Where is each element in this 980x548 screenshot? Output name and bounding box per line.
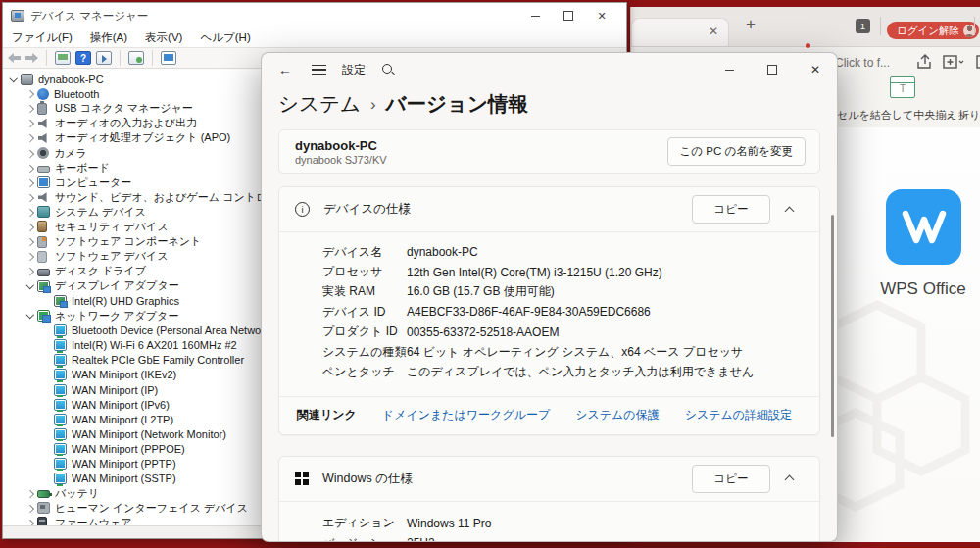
tree-expander-icon[interactable] [24, 175, 37, 189]
scrollbar-thumb[interactable] [831, 215, 834, 437]
new-window-icon[interactable] [943, 53, 964, 71]
collapse-chevron-icon[interactable] [778, 197, 804, 223]
close-button[interactable]: ✕ [585, 6, 618, 25]
merge-center-button[interactable]: セルを結合して中央揃え [837, 108, 967, 123]
tab-count-badge[interactable]: 1 [856, 19, 870, 33]
tree-expander-icon[interactable] [40, 398, 54, 412]
close-button[interactable]: ✕ [794, 53, 837, 86]
menu-item[interactable]: 操作(A) [90, 30, 127, 45]
tree-expander-icon[interactable] [40, 324, 54, 337]
tree-expander-icon[interactable] [24, 161, 37, 174]
tree-expander-icon[interactable] [24, 205, 37, 219]
merge-cells-icon[interactable] [890, 76, 919, 103]
maximize-button[interactable] [751, 53, 794, 86]
tree-expander-icon[interactable] [40, 294, 54, 308]
device-label: カメラ [54, 146, 87, 161]
related-link[interactable]: ドメインまたはワークグループ [382, 407, 550, 423]
wps-w-glyph [901, 210, 948, 245]
tree-expander-icon[interactable] [24, 131, 37, 145]
device-label: WAN Miniport (L2TP) [72, 414, 173, 425]
spec-value: 12th Gen Intel(R) Core(TM) i3-1215U (1.2… [407, 266, 662, 279]
device-category-icon [37, 280, 50, 292]
hamburger-menu-icon[interactable] [312, 65, 326, 75]
device-label: WAN Miniport (SSTP) [72, 473, 176, 484]
collapse-chevron-icon[interactable] [778, 466, 804, 491]
tree-expander-icon[interactable] [24, 102, 37, 116]
tree-expander-icon[interactable] [24, 117, 37, 130]
search-icon[interactable] [381, 63, 395, 76]
device-spec-rows: デバイス名 dynabook-PC プロセッサ 12th Gen Intel(R… [279, 232, 819, 396]
maximize-button[interactable] [552, 6, 585, 25]
tree-expander-icon[interactable] [24, 235, 37, 249]
menu-item[interactable]: 表示(V) [145, 30, 182, 45]
device-spec-header[interactable]: i デバイスの仕様 コピー [279, 187, 819, 232]
related-link[interactable]: システムの保護 [575, 407, 659, 423]
minimize-button[interactable] [518, 6, 552, 25]
tree-expander-icon[interactable] [40, 413, 54, 426]
device-category-icon [37, 490, 50, 498]
wrap-text-button[interactable]: 折り返し [958, 108, 980, 123]
show-console-tree-icon[interactable] [55, 51, 71, 65]
settings-window: ← 設定 ✕ システム › バージョン情報 dynabook-PC dynabo… [261, 52, 838, 542]
spec-value: 16.0 GB (15.7 GB 使用可能) [407, 283, 555, 300]
device-label: システム デバイス [55, 205, 146, 220]
device-properties-icon[interactable] [161, 51, 176, 65]
related-link[interactable]: システムの詳細設定 [685, 407, 792, 423]
formula-hint-text[interactable]: Click to f... [835, 56, 890, 70]
tree-expander-icon[interactable] [24, 501, 37, 515]
menu-item[interactable]: ヘルプ(H) [200, 30, 250, 45]
tree-expander-icon[interactable] [24, 279, 37, 293]
toolbar-divider [152, 50, 153, 66]
tab-close-icon[interactable]: ✕ [707, 25, 720, 38]
logout-button[interactable]: ログイン解除 [887, 22, 979, 39]
action-menu-icon[interactable] [96, 51, 112, 65]
tree-expander-icon[interactable] [24, 486, 37, 500]
device-category-icon [37, 236, 47, 248]
wps-active-tab[interactable]: ✕ [631, 18, 729, 46]
tree-expander-icon[interactable] [40, 457, 54, 471]
tree-expander-icon[interactable] [40, 472, 54, 485]
tree-expander-icon[interactable] [40, 353, 54, 367]
rename-pc-button[interactable]: この PC の名前を変更 [667, 137, 806, 166]
tree-expander-icon[interactable] [24, 265, 37, 278]
spec-label: 実装 RAM [322, 283, 407, 300]
device-category-icon [54, 443, 67, 455]
back-icon[interactable] [8, 53, 21, 63]
menu-item[interactable]: ファイル(F) [12, 30, 73, 45]
tree-expander-icon[interactable] [40, 338, 54, 352]
tree-expander-icon[interactable] [24, 250, 37, 264]
scan-hardware-changes-icon[interactable] [128, 51, 144, 65]
windows-spec-rows: エディション Windows 11 Pro バージョン 25H2 [279, 502, 819, 542]
device-label: ネットワーク アダプター [55, 309, 178, 324]
device-label: Intel(R) Wi-Fi 6 AX201 160MHz #2 [72, 339, 237, 351]
back-arrow-icon[interactable]: ← [278, 62, 296, 77]
tree-expander-icon[interactable] [40, 442, 54, 456]
forward-icon[interactable] [25, 53, 38, 63]
wps-office-app-icon[interactable] [886, 189, 961, 265]
device-category-icon [37, 502, 50, 514]
spec-row: バージョン 25H2 [322, 533, 819, 542]
copy-button[interactable]: コピー [692, 195, 770, 224]
minimize-button[interactable] [708, 53, 751, 86]
breadcrumb-system[interactable]: システム [278, 90, 361, 118]
tree-expander-icon[interactable] [24, 87, 37, 101]
clipped-ribbon-icon[interactable] [976, 53, 980, 71]
new-tab-button[interactable]: + [741, 15, 760, 34]
device-model: dynabook SJ73/KV [295, 154, 387, 166]
tree-expander-icon[interactable] [24, 220, 37, 233]
tree-expander-icon[interactable] [24, 309, 37, 323]
tree-expander-icon[interactable] [24, 146, 37, 160]
share-icon[interactable] [915, 53, 933, 71]
tree-expander-icon[interactable] [24, 190, 37, 204]
tree-expander-icon[interactable] [7, 73, 21, 86]
spec-label: プロセッサ [322, 264, 407, 280]
device-label: ソフトウェア デバイス [55, 249, 169, 264]
tree-expander-icon[interactable] [40, 383, 54, 397]
windows-spec-header[interactable]: Windows の仕様 コピー [279, 457, 819, 502]
help-icon[interactable]: ? [75, 51, 91, 65]
spec-row: プロセッサ 12th Gen Intel(R) Core(TM) i3-1215… [322, 262, 819, 281]
copy-button[interactable]: コピー [692, 465, 770, 493]
tree-expander-icon[interactable] [40, 427, 54, 441]
device-category-icon [54, 324, 67, 336]
tree-expander-icon[interactable] [40, 368, 54, 381]
